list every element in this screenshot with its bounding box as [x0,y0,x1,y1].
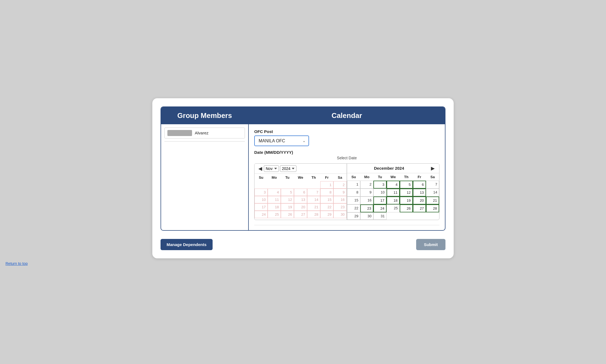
cal-day-available[interactable]: 25 [387,204,400,212]
cal-day-empty [400,212,413,220]
cal-day-available[interactable]: 2 [360,181,373,189]
cal-day-disabled: 5 [281,189,294,196]
calendar-panel: Calendar OFC Post MANILA OFC CEBU OFC DA… [249,107,445,230]
cal-day-available[interactable]: 29 [347,212,360,220]
ofc-post-select[interactable]: MANILA OFC CEBU OFC DAVAO OFC [254,135,309,146]
cal-day-disabled: 18 [268,203,281,211]
cal-day-available[interactable]: 8 [347,189,360,197]
cal-widget: ◀ JanFebMarApr MayJunJulAug SepOctNovDec… [254,163,439,220]
ofc-post-label: OFC Post [254,129,439,134]
nov-day-headers: Su Mo Tu We Th Fr Sa [255,174,347,181]
cal-day-disabled: 30 [333,211,347,218]
cal-day-green[interactable]: 11 [387,189,400,197]
cal-day-green[interactable]: 23 [360,204,373,212]
cal-day-disabled: 25 [268,211,281,218]
panels-row: Group Members Alvarez Calendar OFC Post … [161,106,445,231]
dec-day-header-sa: Sa [426,173,439,181]
cal-day-disabled: 28 [307,211,320,218]
cal-day-green[interactable]: 20 [413,197,426,204]
cal-day-empty [294,181,307,189]
day-header-tu: Tu [281,174,294,181]
cal-day-disabled: 1 [320,181,333,189]
manage-dependents-button[interactable]: Manage Dependents [161,239,213,250]
nov-grid: 1234567891011121314151617181920212223242… [255,181,347,218]
cal-day-empty [268,181,281,189]
cal-right-section: December 2024 ▶ Su Mo Tu We Th Fr Sa [347,164,439,220]
cal-day-disabled: 29 [320,211,333,218]
cal-day-green[interactable]: 18 [387,197,400,204]
dec-grid: 1234567891011121314151617181920212223242… [347,181,439,220]
cal-day-disabled: 4 [268,189,281,196]
day-header-we: We [294,174,307,181]
cal-day-disabled: 15 [320,196,333,203]
cal-day-empty [307,181,320,189]
cal-day-disabled: 8 [320,189,333,196]
cal-outer: ◀ JanFebMarApr MayJunJulAug SepOctNovDec… [255,164,439,220]
cal-day-available[interactable]: 14 [426,189,439,197]
cal-day-disabled: 13 [294,196,307,203]
bottom-row: Manage Dependents Submit [161,239,445,250]
cal-day-green[interactable]: 28 [426,204,439,212]
dec-day-headers: Su Mo Tu We Th Fr Sa [347,173,439,181]
day-header-mo: Mo [268,174,281,181]
cal-day-green[interactable]: 26 [400,204,413,212]
cal-day-empty [281,181,294,189]
member-avatar [167,130,192,136]
cal-day-disabled: 27 [294,211,307,218]
cal-month-select[interactable]: JanFebMarApr MayJunJulAug SepOctNovDec [264,165,279,172]
calendar-body: OFC Post MANILA OFC CEBU OFC DAVAO OFC ⌄… [249,124,445,230]
cal-day-green[interactable]: 24 [373,204,387,212]
cal-day-green[interactable]: 13 [413,189,426,197]
cal-day-green[interactable]: 3 [373,181,387,189]
cal-next-btn[interactable]: ▶ [429,165,437,171]
cal-day-disabled: 11 [268,196,281,203]
cal-day-available[interactable]: 10 [373,189,387,197]
cal-day-disabled: 19 [281,203,294,211]
group-members-header: Group Members [161,107,248,124]
cal-day-green[interactable]: 12 [400,189,413,197]
submit-button[interactable]: Submit [416,239,445,250]
cal-day-available[interactable]: 22 [347,204,360,212]
cal-day-green[interactable]: 21 [426,197,439,204]
return-to-top-link[interactable]: Return to top [5,261,28,266]
cal-day-available[interactable]: 15 [347,197,360,204]
cal-day-disabled: 14 [307,196,320,203]
cal-day-available[interactable]: 9 [360,189,373,197]
cal-day-green[interactable]: 6 [413,181,426,189]
cal-day-disabled: 26 [281,211,294,218]
cal-day-available[interactable]: 31 [373,212,387,220]
cal-day-available[interactable]: 30 [360,212,373,220]
cal-day-empty [426,212,439,220]
cal-day-disabled: 17 [255,203,268,211]
dec-day-header-tu: Tu [373,173,387,181]
cal-day-empty [413,212,426,220]
day-header-sa: Sa [333,174,347,181]
day-header-su: Su [255,174,268,181]
day-header-fr: Fr [320,174,333,181]
cal-year-select[interactable]: 202320242025 [280,165,296,172]
cal-day-green[interactable]: 5 [400,181,413,189]
member-row: Alvarez [164,128,245,138]
cal-day-available[interactable]: 7 [426,181,439,189]
cal-day-available[interactable]: 1 [347,181,360,189]
cal-day-green[interactable]: 17 [373,197,387,204]
member-name: Alvarez [195,131,208,135]
cal-day-disabled: 10 [255,196,268,203]
cal-day-disabled: 9 [333,189,347,196]
dec-day-header-th: Th [400,173,413,181]
ofc-select-wrapper: MANILA OFC CEBU OFC DAVAO OFC ⌄ [254,135,309,146]
cal-day-disabled: 22 [320,203,333,211]
cal-left-section: ◀ JanFebMarApr MayJunJulAug SepOctNovDec… [255,164,347,220]
dec-day-header-fr: Fr [413,173,426,181]
cal-day-disabled: 20 [294,203,307,211]
cal-day-disabled: 7 [307,189,320,196]
cal-right-title: December 2024 [349,166,429,171]
day-header-th: Th [307,174,320,181]
cal-prev-btn[interactable]: ◀ [257,166,264,172]
cal-day-green[interactable]: 19 [400,197,413,204]
cal-day-available[interactable]: 16 [360,197,373,204]
cal-day-green[interactable]: 27 [413,204,426,212]
cal-day-green[interactable]: 4 [387,181,400,189]
dec-day-header-we: We [387,173,400,181]
cal-right-header-row: December 2024 ▶ [347,164,439,173]
